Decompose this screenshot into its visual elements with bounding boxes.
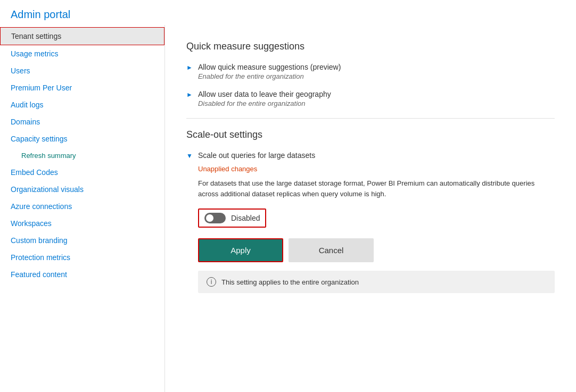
scale-item-header: ▼ Scale out queries for large datasets [186, 151, 555, 160]
sidebar: Tenant settingsUsage metricsUsersPremium… [0, 25, 165, 392]
disabled-toggle[interactable] [204, 213, 226, 223]
quick-measure-section: Quick measure suggestions ► Allow quick … [186, 41, 555, 107]
header: Admin portal [0, 0, 576, 25]
main-content: Quick measure suggestions ► Allow quick … [165, 25, 576, 392]
button-row: Apply Cancel [198, 238, 555, 262]
sidebar-item-workspaces[interactable]: Workspaces [0, 215, 164, 232]
setting-item-user-data: ► Allow user data to leave their geograp… [186, 90, 555, 107]
toggle-label: Disabled [231, 214, 260, 222]
sidebar-item-audit-logs[interactable]: Audit logs [0, 96, 164, 113]
sidebar-item-domains[interactable]: Domains [0, 113, 164, 130]
sidebar-item-tenant-settings[interactable]: Tenant settings [0, 27, 164, 45]
cancel-button[interactable]: Cancel [289, 238, 374, 262]
info-icon: i [207, 277, 216, 287]
scale-item-content: Unapplied changes For datasets that use … [198, 165, 555, 293]
sidebar-item-premium-per-user[interactable]: Premium Per User [0, 79, 164, 96]
sidebar-item-capacity-settings[interactable]: Capacity settings [0, 130, 164, 147]
apply-button[interactable]: Apply [198, 238, 283, 262]
sidebar-item-embed-codes[interactable]: Embed Codes [0, 164, 164, 181]
sidebar-item-refresh-summary[interactable]: Refresh summary [0, 147, 164, 164]
arrow-scale-out[interactable]: ▼ [186, 152, 193, 160]
setting-label-user-data: Allow user data to leave their geography [198, 90, 331, 98]
app-container: Admin portal Tenant settingsUsage metric… [0, 0, 576, 392]
arrow-user-data[interactable]: ► [186, 91, 193, 98]
arrow-quick-measure[interactable]: ► [186, 64, 193, 71]
scale-out-description: For datasets that use the large dataset … [198, 178, 555, 199]
sidebar-item-organizational-visuals[interactable]: Organizational visuals [0, 181, 164, 198]
sidebar-item-featured-content[interactable]: Featured content [0, 266, 164, 283]
setting-label-quick-measure: Allow quick measure suggestions (preview… [198, 63, 341, 71]
setting-status-user-data: Disabled for the entire organization [198, 99, 331, 107]
toggle-container[interactable]: Disabled [198, 208, 266, 228]
sidebar-item-custom-branding[interactable]: Custom branding [0, 232, 164, 249]
section-divider [186, 118, 555, 119]
sidebar-item-azure-connections[interactable]: Azure connections [0, 198, 164, 215]
info-banner-text: This setting applies to the entire organ… [221, 278, 359, 286]
unapplied-changes-text: Unapplied changes [198, 165, 555, 173]
info-banner: i This setting applies to the entire org… [198, 271, 555, 293]
main-layout: Tenant settingsUsage metricsUsersPremium… [0, 25, 576, 392]
sidebar-item-protection-metrics[interactable]: Protection metrics [0, 249, 164, 266]
setting-item-quick-measure: ► Allow quick measure suggestions (previ… [186, 63, 555, 80]
scale-out-label: Scale out queries for large datasets [198, 151, 315, 160]
quick-measure-title: Quick measure suggestions [186, 41, 555, 52]
sidebar-item-users[interactable]: Users [0, 62, 164, 79]
scale-out-title: Scale-out settings [186, 129, 555, 140]
app-title: Admin portal [11, 9, 70, 20]
setting-status-quick-measure: Enabled for the entire organization [198, 72, 341, 80]
scale-out-section: Scale-out settings ▼ Scale out queries f… [186, 129, 555, 293]
sidebar-item-usage-metrics[interactable]: Usage metrics [0, 45, 164, 62]
